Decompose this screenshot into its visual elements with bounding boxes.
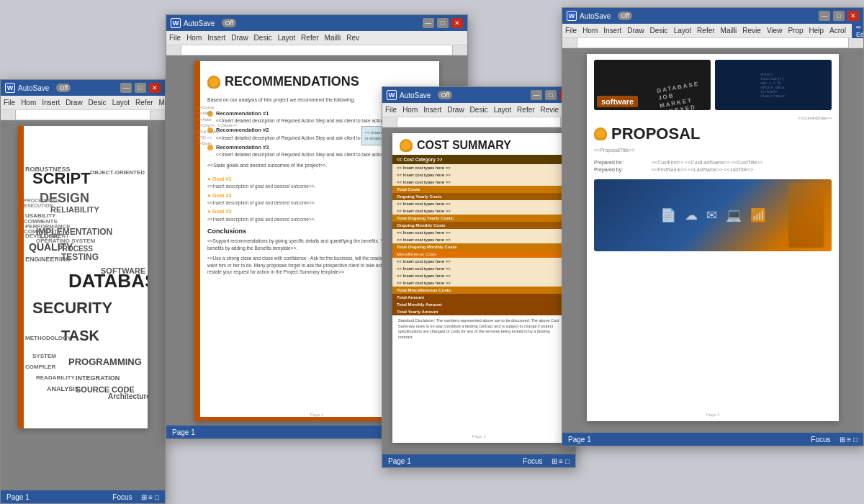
menu-insert-win1[interactable]: Insert <box>42 99 60 107</box>
menu-design-win3[interactable]: Desic <box>470 106 488 114</box>
prepared-for-value: <<CustFirst>> <<CustLastName>> <<CustTit… <box>652 160 832 165</box>
autosave-toggle-win1[interactable]: Off <box>56 84 71 92</box>
menu-review-win4[interactable]: Revie <box>742 27 761 35</box>
menu-ref-win4[interactable]: Refer <box>697 27 714 35</box>
titlebar-win2: W AutoSave Off — □ ✕ <box>166 15 467 31</box>
menu-draw-win3[interactable]: Draw <box>447 106 464 114</box>
view-icons-win4: ⊞ ≡ □ <box>840 436 858 444</box>
menu-ref-win3[interactable]: Refer <box>517 106 534 114</box>
wordcloud-word: SYSTEM <box>32 353 56 359</box>
menu-home-win4[interactable]: Hom <box>582 27 598 35</box>
titlebar-win4: W AutoSave Off — □ ✕ <box>562 8 863 24</box>
menu-mail-win2[interactable]: Mailli <box>325 34 341 42</box>
menu-file-win1[interactable]: File <box>4 99 15 107</box>
close-btn-win4[interactable]: ✕ <box>847 11 859 21</box>
doc-page-win4: DATABASEJOB MARKETINDEXED FINANCEMARKETI… <box>587 54 839 421</box>
menu-mail-win1[interactable]: Mailli <box>159 99 166 107</box>
window-wordcloud[interactable]: W AutoSave Off — □ ✕ File Hom Insert Dra… <box>0 79 166 504</box>
ruler-win2 <box>166 45 467 55</box>
focus-win4[interactable]: Focus <box>811 436 830 444</box>
menu-file-win4[interactable]: File <box>565 27 577 35</box>
menu-view-win4[interactable]: View <box>767 27 783 35</box>
cost-row-cell: Ongoing Monthly Costs <box>392 222 565 229</box>
connected-icons-group: 📄 ☁ ✉ 💻 📶 <box>660 207 766 223</box>
table-row: << Insert cost types here >> <box>392 279 565 287</box>
envelope-icon: ✉ <box>706 207 717 223</box>
menu-draw-win4[interactable]: Draw <box>627 27 644 35</box>
close-btn-win2[interactable]: ✕ <box>451 18 463 28</box>
proposal-placeholder: <<ProposalTitle>> <box>587 146 839 157</box>
menu-insert-win4[interactable]: Insert <box>603 27 621 35</box>
menu-design-win1[interactable]: Desic <box>89 99 107 107</box>
menu-layout-win1[interactable]: Layot <box>112 99 130 107</box>
window-cost-summary[interactable]: W AutoSave Off — □ ✕ File Hom Insert Dra… <box>382 86 576 468</box>
table-row: << Insert cost types here >> <box>392 200 565 207</box>
ribbon-win4: File Hom Insert Draw Desic Layot Refer M… <box>562 24 863 38</box>
view-icons-win1: ⊞ ≡ □ <box>141 493 159 501</box>
minimize-btn-win4[interactable]: — <box>819 11 830 21</box>
editing-btn[interactable]: ✏ Editing <box>852 23 864 39</box>
focus-win3[interactable]: Focus <box>523 457 542 465</box>
word-icon-win2: W <box>171 18 181 28</box>
wordcloud-word: PROCESS <box>58 245 93 253</box>
menu-ref-win2[interactable]: Refer <box>301 34 318 42</box>
menu-home-win3[interactable]: Hom <box>402 106 418 114</box>
page-indicator-win3: Page 1 <box>388 457 411 465</box>
cost-table-header: << Cost Category >> <box>392 155 565 164</box>
autosave-win3: AutoSave <box>400 91 431 99</box>
menu-home-win2[interactable]: Hom <box>186 34 202 42</box>
menu-insert-win2[interactable]: Insert <box>207 34 225 42</box>
menu-design-win2[interactable]: Desic <box>254 34 272 42</box>
menu-draw-win2[interactable]: Draw <box>231 34 248 42</box>
table-row: << Insert cost types here >> <box>392 207 565 215</box>
menu-review-win2[interactable]: Rev <box>346 34 359 42</box>
menu-mail-win4[interactable]: Mailli <box>721 27 737 35</box>
cost-row-cell: Total Ongoing Monthly Costs <box>392 243 565 251</box>
window-proposal[interactable]: W AutoSave Off — □ ✕ File Hom Insert Dra… <box>562 7 864 446</box>
menu-prop-win4[interactable]: Prop <box>788 27 803 35</box>
doc-page-win3: COST SUMMARY << Cost Category >> << Inse… <box>392 133 565 443</box>
autosave-toggle-win4[interactable]: Off <box>618 12 632 20</box>
word-icon-win3: W <box>387 90 397 100</box>
minimize-btn-win2[interactable]: — <box>423 18 434 28</box>
maximize-btn-win4[interactable]: □ <box>833 11 845 21</box>
maximize-btn-win2[interactable]: □ <box>437 18 449 28</box>
menu-help-win4[interactable]: Help <box>809 27 824 35</box>
page-indicator-win4: Page 1 <box>568 436 591 444</box>
menu-home-win1[interactable]: Hom <box>21 99 36 107</box>
cost-content: COST SUMMARY << Cost Category >> << Inse… <box>392 133 565 343</box>
table-row: Total Ongoing Yearly Costs: <box>392 215 565 222</box>
close-btn-win1[interactable]: ✕ <box>149 83 161 93</box>
menu-layout-win3[interactable]: Layot <box>494 106 511 114</box>
wordcloud-word: PROGRAMMING <box>68 356 142 367</box>
table-row: << Insert cost types here >> <box>392 236 565 243</box>
autosave-toggle-win2[interactable]: Off <box>222 19 236 27</box>
cloud-icon: ☁ <box>685 207 698 223</box>
page-indicator-win2: Page 1 <box>172 428 195 436</box>
menu-layout-win4[interactable]: Layot <box>674 27 691 35</box>
person-silhouette <box>788 183 824 248</box>
prepared-for-label: Prepared for: <box>594 160 652 165</box>
autosave-toggle-win3[interactable]: Off <box>438 91 452 99</box>
menu-design-win4[interactable]: Desic <box>650 27 668 35</box>
menu-ref-win1[interactable]: Refer <box>135 99 153 107</box>
ribbon-win2: File Hom Insert Draw Desic Layot Refer M… <box>166 31 467 45</box>
cost-row-cell: Total Monthly Amount <box>392 301 565 308</box>
software-label: software <box>597 96 638 107</box>
menu-acro-win4[interactable]: Acrol <box>829 27 846 35</box>
menu-file-win3[interactable]: File <box>385 106 397 114</box>
menu-layout-win2[interactable]: Layot <box>278 34 295 42</box>
cost-row-cell: << Insert cost types here >> <box>392 236 565 243</box>
menu-insert-win3[interactable]: Insert <box>423 106 441 114</box>
statusbar-win1: Page 1 Focus ⊞ ≡ □ <box>1 490 165 503</box>
menu-file-win2[interactable]: File <box>169 34 181 42</box>
table-row: Total Costs <box>392 186 565 193</box>
focus-win1[interactable]: Focus <box>112 493 132 501</box>
minimize-btn-win1[interactable]: — <box>120 83 132 93</box>
maximize-btn-win1[interactable]: □ <box>135 83 146 93</box>
menu-draw-win1[interactable]: Draw <box>66 99 82 107</box>
wordcloud-word: ENGINEERING <box>25 256 71 263</box>
maximize-btn-win3[interactable]: □ <box>545 90 557 100</box>
minimize-btn-win3[interactable]: — <box>531 90 542 100</box>
menu-reveiw-win3[interactable]: Revie <box>541 106 559 114</box>
